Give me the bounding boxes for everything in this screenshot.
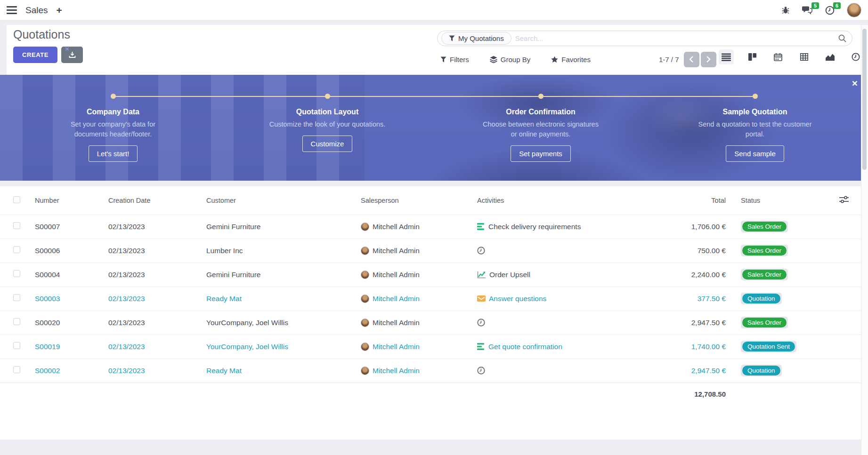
- status-badge: Sales Order: [742, 270, 787, 279]
- step-dot: [111, 94, 116, 99]
- vertical-scrollbar[interactable]: [861, 25, 868, 455]
- table-footer-row: 12,708.50: [0, 383, 861, 405]
- envelope-icon[interactable]: [477, 295, 486, 302]
- cell-number: S00002: [29, 359, 103, 383]
- cell-number: S00006: [29, 239, 103, 263]
- layers-icon: [490, 56, 497, 63]
- current-app-label[interactable]: Sales: [25, 5, 48, 16]
- debug-bug-icon[interactable]: [781, 6, 790, 14]
- cell-customer: Gemini Furniture: [201, 263, 355, 287]
- cell-salesperson: Mitchell Admin: [355, 311, 471, 335]
- cell-number: S00003: [29, 287, 103, 311]
- search-bar[interactable]: My Quotations: [437, 31, 852, 46]
- row-checkbox[interactable]: [13, 294, 20, 301]
- row-checkbox[interactable]: [13, 246, 20, 253]
- cell-customer: Ready Mat: [201, 359, 355, 383]
- search-input[interactable]: [515, 34, 838, 42]
- view-list-icon[interactable]: [719, 49, 734, 64]
- salesperson-avatar: [361, 271, 369, 279]
- quotation-row[interactable]: S00002 02/13/2023 Ready Mat Mitchell Adm…: [0, 359, 861, 383]
- step-dot: [753, 94, 758, 99]
- cell-status: Sales Order: [728, 263, 822, 287]
- column-header-creation-date[interactable]: Creation Date: [103, 186, 201, 215]
- quotation-row[interactable]: S00006 02/13/2023 Lumber Inc Mitchell Ad…: [0, 239, 861, 263]
- user-avatar[interactable]: [847, 3, 861, 17]
- column-header-salesperson[interactable]: Salesperson: [355, 186, 471, 215]
- salesperson-avatar: [361, 223, 369, 231]
- status-badge: Quotation Sent: [742, 342, 795, 351]
- view-kanban-icon[interactable]: [745, 49, 760, 64]
- group-by-button[interactable]: Group By: [490, 56, 530, 64]
- search-facet-my-quotations[interactable]: My Quotations: [441, 32, 511, 45]
- clock-icon[interactable]: [477, 319, 485, 327]
- page-title: Quotations: [13, 28, 70, 41]
- salesperson-avatar: [361, 367, 369, 375]
- pager-value: 1-7 / 7: [659, 56, 679, 64]
- status-badge: Sales Order: [742, 318, 787, 327]
- column-header-total[interactable]: Total: [622, 186, 728, 215]
- favorites-button[interactable]: Favorites: [551, 56, 591, 64]
- row-checkbox[interactable]: [13, 270, 20, 277]
- set-payments-button[interactable]: Set payments: [511, 145, 571, 162]
- status-badge: Quotation: [742, 366, 780, 375]
- search-magnifier-icon[interactable]: [838, 34, 846, 42]
- filters-button[interactable]: Filters: [440, 56, 469, 64]
- activities-clock-icon[interactable]: 6: [825, 6, 835, 15]
- pager-next-button[interactable]: [701, 52, 716, 67]
- salesperson-avatar: [361, 319, 369, 327]
- quotation-row[interactable]: S00019 02/13/2023 YourCompany, Joel Will…: [0, 335, 861, 359]
- pager-previous-button[interactable]: [684, 52, 699, 67]
- cell-customer: Lumber Inc: [201, 239, 355, 263]
- column-header-status[interactable]: Status: [728, 186, 822, 215]
- footer-total-sum: 12,708.50: [622, 383, 728, 405]
- row-checkbox[interactable]: [13, 222, 20, 229]
- row-checkbox[interactable]: [13, 342, 20, 349]
- cell-number: S00004: [29, 263, 103, 287]
- quotation-row[interactable]: S00007 02/13/2023 Gemini Furniture Mitch…: [0, 215, 861, 239]
- view-graph-icon[interactable]: [822, 49, 837, 64]
- view-pivot-icon[interactable]: [796, 49, 811, 64]
- control-panel: Quotations CREATE My Quotations × Filter…: [7, 25, 861, 75]
- cell-activities: [471, 311, 622, 335]
- onboarding-step-sample-quotation: Sample Quotation Send a quotation to tes…: [680, 75, 830, 162]
- cell-status: Quotation: [728, 287, 822, 311]
- cell-creation-date: 02/13/2023: [103, 359, 201, 383]
- export-button[interactable]: [61, 47, 83, 63]
- column-header-activities[interactable]: Activities: [471, 186, 622, 215]
- clock-icon[interactable]: [477, 367, 485, 375]
- column-header-number[interactable]: Number: [29, 186, 103, 215]
- chart-icon[interactable]: [477, 271, 486, 279]
- step-description: Send a quotation to test the customer po…: [696, 120, 814, 139]
- column-header-customer[interactable]: Customer: [201, 186, 355, 215]
- tasks-icon[interactable]: [477, 343, 485, 350]
- cell-salesperson: Mitchell Admin: [355, 215, 471, 239]
- cell-customer: YourCompany, Joel Willis: [201, 311, 355, 335]
- quotation-row[interactable]: S00004 02/13/2023 Gemini Furniture Mitch…: [0, 263, 861, 287]
- view-calendar-icon[interactable]: [771, 49, 786, 64]
- send-sample-button[interactable]: Send sample: [726, 145, 784, 162]
- apps-menu-icon[interactable]: [7, 6, 17, 14]
- top-navbar: Sales + 5 6: [0, 0, 868, 21]
- new-tab-button[interactable]: +: [57, 5, 62, 15]
- create-button[interactable]: CREATE: [13, 47, 57, 63]
- facet-remove-icon[interactable]: ×: [65, 45, 69, 53]
- filter-funnel-icon: [440, 56, 446, 63]
- select-all-checkbox[interactable]: [13, 196, 20, 203]
- lets-start-button[interactable]: Let's start!: [89, 145, 138, 162]
- quotation-row[interactable]: S00003 02/13/2023 Ready Mat Mitchell Adm…: [0, 287, 861, 311]
- row-checkbox[interactable]: [13, 318, 20, 325]
- cell-creation-date: 02/13/2023: [103, 287, 201, 311]
- cell-status: Sales Order: [728, 311, 822, 335]
- banner-close-icon[interactable]: ×: [852, 78, 858, 89]
- onboarding-step-quotation-layout: Quotation Layout Customize the look of y…: [252, 75, 403, 152]
- clock-icon[interactable]: [477, 247, 485, 255]
- step-description: Set your company's data for documents he…: [54, 120, 172, 139]
- cell-status: Quotation Sent: [728, 335, 822, 359]
- tasks-icon[interactable]: [477, 223, 485, 230]
- customize-button[interactable]: Customize: [302, 136, 353, 152]
- optional-columns-sliders-icon[interactable]: [839, 196, 849, 203]
- scrollbar-thumb[interactable]: [862, 29, 867, 170]
- messages-icon[interactable]: 5: [802, 6, 813, 15]
- quotation-row[interactable]: S00020 02/13/2023 YourCompany, Joel Will…: [0, 311, 861, 335]
- row-checkbox[interactable]: [13, 366, 20, 373]
